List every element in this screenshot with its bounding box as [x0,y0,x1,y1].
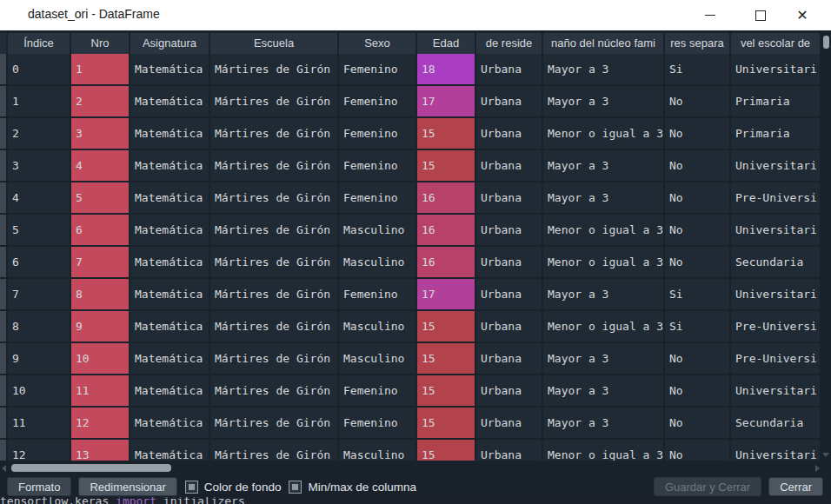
cell-padres_separados[interactable]: No [665,440,729,461]
cell-asignatura[interactable]: Matemática [130,343,209,374]
cell-escuela[interactable]: Mártires de Girón [210,440,337,461]
cell-escuela[interactable]: Mártires de Girón [210,86,337,116]
column-header-nivel_escolar[interactable]: vel escolar de [731,33,820,54]
cell-nucleo_familiar[interactable]: Menor o igual a 3 [543,118,663,149]
cell-nro[interactable]: 1 [71,54,129,84]
cell-indice[interactable]: 8 [8,311,70,342]
cell-nivel_escolar[interactable]: Primaria [731,118,820,149]
cell-nucleo_familiar[interactable]: Mayor a 3 [543,279,663,309]
cell-asignatura[interactable]: Matemática [130,311,209,342]
cell-nivel_escolar[interactable]: Pre-Universi [731,343,820,374]
cell-nivel_escolar[interactable]: Primaria [731,86,820,116]
cell-escuela[interactable]: Mártires de Girón [210,375,337,406]
cell-padres_separados[interactable]: Si [665,54,729,84]
cell-nro[interactable]: 11 [71,375,129,406]
row-header-handle[interactable] [0,54,6,84]
vertical-scrollbar[interactable] [821,33,831,461]
cell-nro[interactable]: 7 [71,247,129,277]
cell-asignatura[interactable]: Matemática [130,375,209,406]
cell-nro[interactable]: 4 [71,150,129,181]
row-header-handle[interactable] [0,182,6,213]
row-header-handle[interactable] [0,247,6,277]
cell-edad[interactable]: 15 [417,118,475,149]
row-header-handle[interactable] [0,408,6,438]
cell-indice[interactable]: 2 [8,118,70,149]
titlebar[interactable]: dataset_ori - DataFrame ✕ [0,0,831,30]
column-header-asignatura[interactable]: Asignatura [130,33,209,54]
cell-nro[interactable]: 5 [71,182,129,213]
cell-nucleo_familiar[interactable]: Mayor a 3 [543,182,663,213]
cell-residencia[interactable]: Urbana [476,247,542,277]
column-header-indice[interactable]: Índice [8,33,70,54]
cell-nucleo_familiar[interactable]: Mayor a 3 [543,54,663,84]
cell-edad[interactable]: 16 [417,247,475,277]
cell-indice[interactable]: 10 [8,375,70,406]
horizontal-scrollbar-handle[interactable] [11,464,171,472]
cell-edad[interactable]: 15 [417,440,475,461]
cell-padres_separados[interactable]: No [665,182,729,213]
cell-nivel_escolar[interactable]: Pre-Universi [731,311,820,342]
cell-indice[interactable]: 1 [8,86,70,116]
cell-nucleo_familiar[interactable]: Mayor a 3 [543,150,663,181]
row-header-handle[interactable] [0,279,6,309]
cell-escuela[interactable]: Mártires de Girón [210,150,337,181]
cell-nro[interactable]: 9 [71,311,129,342]
cell-nivel_escolar[interactable]: Universitari [731,279,820,309]
cell-escuela[interactable]: Mártires de Girón [210,279,337,309]
cell-asignatura[interactable]: Matemática [130,279,209,309]
cell-nucleo_familiar[interactable]: Mayor a 3 [543,86,663,116]
cell-escuela[interactable]: Mártires de Girón [210,311,337,342]
cell-indice[interactable]: 3 [8,150,70,181]
cell-indice[interactable]: 9 [8,343,70,374]
cell-nivel_escolar[interactable]: Universitari [731,375,820,406]
cell-padres_separados[interactable]: Si [665,279,729,309]
scroll-down-arrow-icon[interactable] [822,453,829,457]
cell-sexo[interactable]: Masculino [339,247,416,277]
cell-padres_separados[interactable]: No [665,247,729,277]
color-de-fondo-checkbox[interactable] [185,481,198,494]
cell-indice[interactable]: 12 [8,440,70,461]
column-header-nro[interactable]: Nro [71,33,129,54]
cell-asignatura[interactable]: Matemática [130,86,209,116]
cell-nivel_escolar[interactable]: Universitari [731,150,820,181]
row-header-handle[interactable] [0,311,6,342]
cell-sexo[interactable]: Masculino [339,311,416,342]
cell-sexo[interactable]: Femenino [339,408,416,438]
cell-indice[interactable]: 11 [8,408,70,438]
cell-padres_separados[interactable]: No [665,343,729,374]
cell-sexo[interactable]: Femenino [339,182,416,213]
column-header-padres_separados[interactable]: res separa [665,33,729,54]
column-header-nucleo_familiar[interactable]: naño del núcleo fami [543,33,663,54]
minmax-checkbox[interactable] [289,481,302,494]
row-header-handle[interactable] [0,86,6,116]
cell-padres_separados[interactable]: No [665,408,729,438]
cell-sexo[interactable]: Femenino [339,54,416,84]
row-header-handle[interactable] [0,150,6,181]
cell-padres_separados[interactable]: No [665,150,729,181]
cell-sexo[interactable]: Femenino [339,375,416,406]
cell-edad[interactable]: 15 [417,375,475,406]
cell-nucleo_familiar[interactable]: Menor o igual a 3 [543,215,663,245]
cell-nucleo_familiar[interactable]: Menor o igual a 3 [543,311,663,342]
cell-residencia[interactable]: Urbana [476,54,542,84]
cell-edad[interactable]: 16 [417,182,475,213]
cell-sexo[interactable]: Masculino [339,440,416,461]
cell-escuela[interactable]: Mártires de Girón [210,343,337,374]
cell-residencia[interactable]: Urbana [476,182,542,213]
cell-padres_separados[interactable]: No [665,86,729,116]
cell-nucleo_familiar[interactable]: Menor o igual a 3 [543,247,663,277]
cell-sexo[interactable]: Femenino [339,86,416,116]
cell-escuela[interactable]: Mártires de Girón [210,408,337,438]
cell-nivel_escolar[interactable]: Secundaria [731,408,820,438]
cell-residencia[interactable]: Urbana [476,440,542,461]
cell-nivel_escolar[interactable]: Universitari [731,440,820,461]
row-header-handle[interactable] [0,375,6,406]
column-header-escuela[interactable]: Escuela [210,33,337,54]
cell-sexo[interactable]: Masculino [339,215,416,245]
cell-edad[interactable]: 18 [417,54,475,84]
cell-edad[interactable]: 17 [417,279,475,309]
cell-edad[interactable]: 15 [417,150,475,181]
cell-nivel_escolar[interactable]: Pre-Universi [731,182,820,213]
row-header-handle[interactable] [0,215,6,245]
column-header-edad[interactable]: Edad [417,33,475,54]
